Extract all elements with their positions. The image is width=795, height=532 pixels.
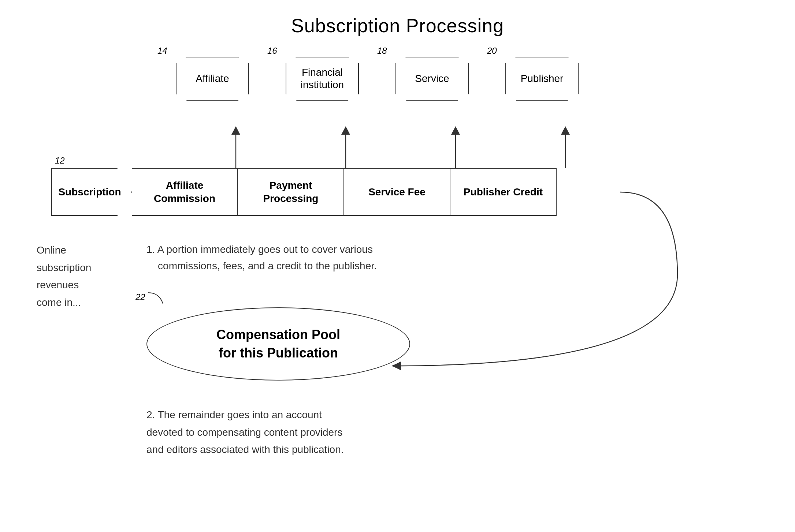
subscription-box: Subscription (51, 168, 132, 216)
compensation-pool-oval: Compensation Pool for this Publication (146, 307, 410, 381)
page-title: Subscription Processing (0, 0, 795, 37)
svg-marker-7 (561, 126, 570, 135)
point1-text: 1. A portion immediately goes out to cov… (146, 241, 377, 274)
financial-label: Financial institution (301, 66, 344, 91)
service-hexagon: Service (395, 57, 469, 101)
affiliate-hexagon: Affiliate (176, 57, 249, 101)
svg-marker-5 (451, 126, 460, 135)
ref-18: 18 (377, 46, 387, 56)
publisher-hex-group: Publisher 20 (505, 57, 579, 101)
online-line1: Online (37, 244, 66, 256)
affiliate-hex-group: Affiliate 14 (176, 57, 249, 101)
page-container: Subscription Processing Affiliate 14 (0, 0, 795, 532)
main-boxes-row: 12 Subscription Affiliate Commission Pay… (51, 168, 557, 216)
hexagons-row: Affiliate 14 Financial institution 16 Se… (176, 57, 579, 101)
pool-section: 22 Compensation Pool for this Publicatio… (146, 307, 410, 381)
online-line3: revenues (37, 279, 79, 291)
ref-20: 20 (487, 46, 497, 56)
pool-label: Compensation Pool for this Publication (216, 326, 340, 363)
point2-line3: and editors associated with this publica… (146, 444, 344, 455)
point2-line1: 2. The remainder goes into an account (146, 409, 322, 420)
pool-label-line1: Compensation Pool (216, 327, 340, 342)
publisher-hexagon: Publisher (505, 57, 579, 101)
affiliate-commission-box: Affiliate Commission (132, 168, 238, 216)
online-subscription-text: Online subscription revenues come in... (37, 241, 91, 311)
ref-22-line (145, 291, 167, 307)
point2-line2: devoted to compensating content provider… (146, 427, 342, 438)
pool-label-line2: for this Publication (219, 345, 338, 360)
subscription-box-wrapper: 12 Subscription (51, 168, 132, 216)
svg-marker-1 (231, 126, 240, 135)
ref-22: 22 (135, 292, 145, 302)
online-line2: subscription (37, 262, 91, 273)
financial-hexagon: Financial institution (286, 57, 359, 101)
pool-wrapper: 22 Compensation Pool for this Publicatio… (146, 307, 410, 381)
publisher-credit-box: Publisher Credit (450, 168, 557, 216)
service-hex-group: Service 18 (395, 57, 469, 101)
service-fee-box: Service Fee (344, 168, 450, 216)
ref-14: 14 (157, 46, 167, 56)
financial-hex-group: Financial institution 16 (286, 57, 359, 101)
point2-text: 2. The remainder goes into an account de… (146, 406, 344, 458)
payment-processing-box: Payment Processing (238, 168, 344, 216)
ref-16: 16 (267, 46, 277, 56)
ref-12: 12 (55, 156, 65, 166)
online-line4: come in... (37, 297, 81, 308)
svg-marker-3 (341, 126, 350, 135)
point1-content: 1. A portion immediately goes out to cov… (146, 244, 377, 271)
